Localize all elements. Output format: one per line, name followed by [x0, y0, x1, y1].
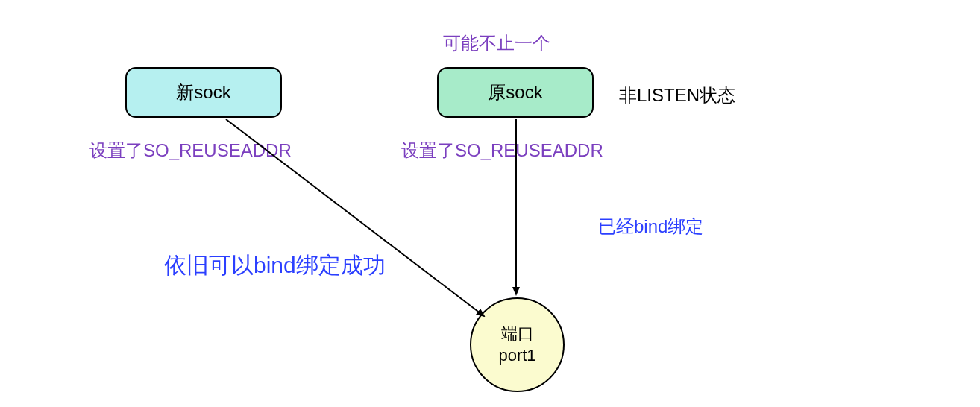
maybe-more-label: 可能不止一个: [443, 31, 550, 55]
orig-sock-label: 原sock: [488, 81, 542, 104]
already-bound-label: 已经bind绑定: [598, 215, 703, 239]
non-listen-label: 非LISTEN状态: [619, 83, 735, 107]
non-listen-text: 非LISTEN状态: [619, 85, 735, 105]
orig-sock-reuseaddr-label: 设置了SO_REUSEADDR: [401, 139, 603, 163]
new-sock-label: 新sock: [176, 81, 230, 104]
orig-sock-reuseaddr-text: 设置了SO_REUSEADDR: [401, 140, 603, 160]
already-bound-text: 已经bind绑定: [598, 216, 703, 236]
new-sock-reuseaddr-label: 设置了SO_REUSEADDR: [89, 139, 292, 163]
bind-success-text: 依旧可以bind绑定成功: [164, 253, 386, 277]
port-label-2: port1: [498, 345, 535, 367]
maybe-more-text: 可能不止一个: [443, 33, 550, 53]
bind-success-label: 依旧可以bind绑定成功: [164, 250, 386, 281]
new-sock-reuseaddr-text: 设置了SO_REUSEADDR: [89, 140, 292, 160]
port-node: 端口 port1: [470, 297, 565, 392]
orig-sock-node: 原sock: [437, 67, 594, 118]
new-sock-node: 新sock: [125, 67, 282, 118]
port-label-1: 端口: [501, 324, 534, 345]
